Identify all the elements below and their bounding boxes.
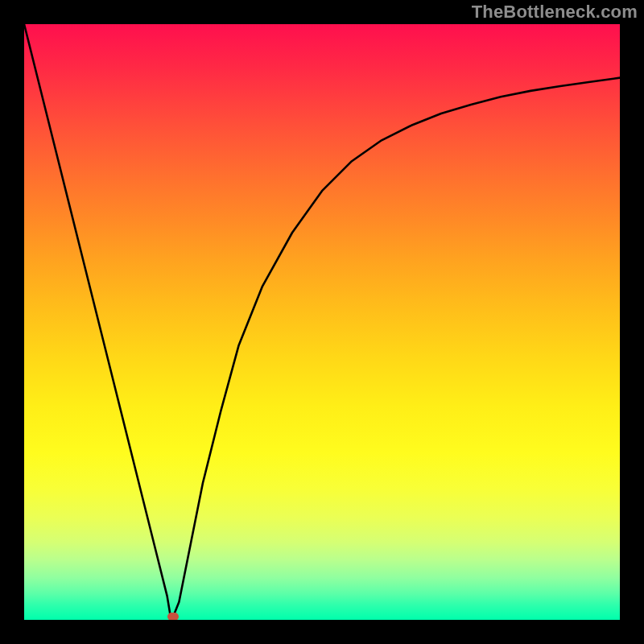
- chart-frame: TheBottleneck.com: [0, 0, 644, 644]
- plot-area: [24, 24, 620, 620]
- curve-svg: [24, 24, 620, 620]
- minimum-marker: [167, 613, 179, 620]
- watermark-text: TheBottleneck.com: [472, 2, 638, 23]
- bottleneck-curve: [24, 24, 620, 617]
